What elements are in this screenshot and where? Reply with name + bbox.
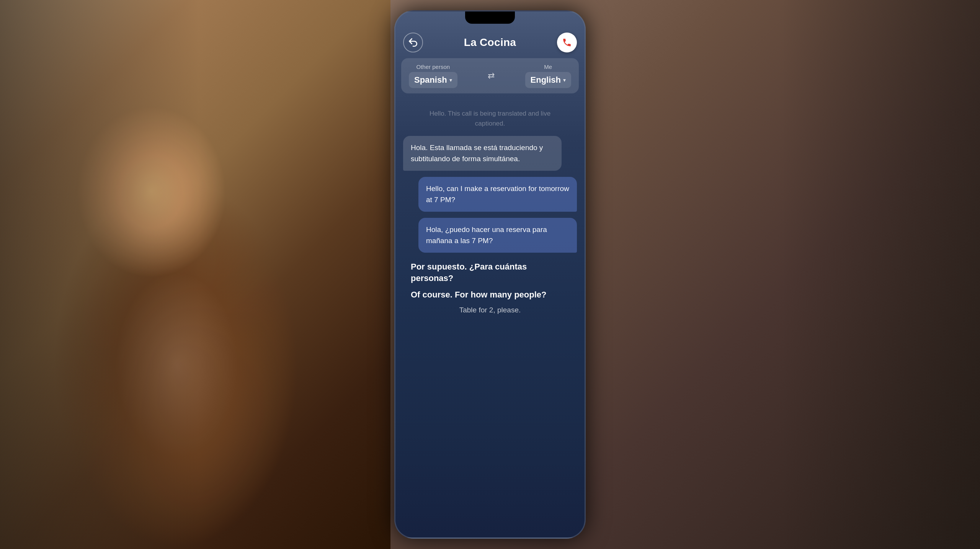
message-1: Hola. Esta llamada se está traduciendo y… (403, 136, 562, 171)
other-language-name: Spanish (414, 75, 447, 85)
person-left-overlay (11, 23, 379, 549)
other-person-label: Other person (416, 64, 450, 70)
chat-area: Hello. This call is being translated and… (395, 99, 585, 538)
phone-notch (465, 11, 515, 24)
message-3: Hola, ¿puedo hacer una reserva para maña… (418, 218, 577, 253)
system-message: Hello. This call is being translated and… (403, 103, 577, 136)
me-lang-chevron-icon: ▾ (563, 77, 566, 83)
me-language-select[interactable]: English ▾ (525, 72, 571, 88)
phone-body: La Cocina Other person Spanish ▾ (394, 10, 586, 539)
swap-languages-button[interactable]: ⇄ (488, 71, 495, 81)
message-1-text: Hola. Esta llamada se está traduciendo y… (411, 144, 543, 163)
other-lang-chevron-icon: ▾ (449, 77, 452, 83)
phone-device: La Cocina Other person Spanish ▾ (390, 0, 590, 549)
partial-text: Table for 2, please. (403, 303, 577, 317)
message-3-text: Hola, ¿puedo hacer una reserva para maña… (426, 225, 547, 245)
phone-screen: La Cocina Other person Spanish ▾ (395, 11, 585, 538)
live-spanish-text: Por supuesto. ¿Para cuántas personas? (403, 259, 577, 287)
language-selector: Other person Spanish ▾ ⇄ Me English ▾ (401, 58, 579, 93)
end-call-button[interactable] (557, 33, 577, 52)
background-left (0, 0, 390, 549)
message-2-text: Hello, can I make a reservation for tomo… (426, 185, 569, 204)
phone-content: La Cocina Other person Spanish ▾ (395, 11, 585, 538)
other-language-select[interactable]: Spanish ▾ (409, 72, 457, 88)
me-lang: Me English ▾ (525, 64, 571, 88)
message-2: Hello, can I make a reservation for tomo… (418, 177, 577, 212)
back-button[interactable] (403, 33, 423, 52)
end-call-icon (562, 38, 572, 47)
me-language-name: English (531, 75, 561, 85)
app-header: La Cocina (395, 31, 585, 58)
live-english-text: Of course. For how many people? (403, 287, 577, 303)
header-title: La Cocina (464, 36, 516, 49)
other-person-lang: Other person Spanish ▾ (409, 64, 457, 88)
back-icon (408, 38, 418, 47)
me-label: Me (544, 64, 552, 70)
